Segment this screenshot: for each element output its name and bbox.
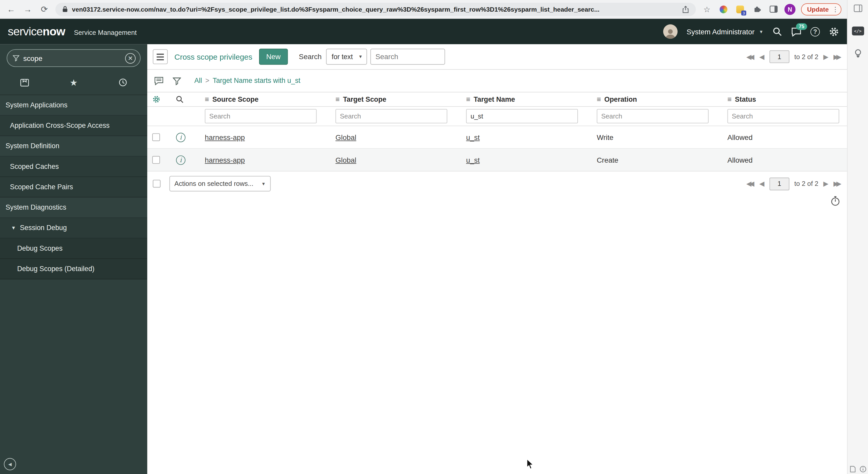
column-header-operation[interactable]: ≡Operation: [586, 95, 716, 104]
lightbulb-icon[interactable]: [853, 49, 862, 59]
user-caret-icon[interactable]: ▼: [759, 29, 764, 34]
help-icon[interactable]: ?: [810, 27, 820, 36]
nav-debug-scopes[interactable]: Debug Scopes: [0, 239, 147, 259]
all-applications-tab-icon[interactable]: [0, 78, 49, 87]
column-header-row: ≡Source Scope ≡Target Scope ≡Target Name…: [147, 92, 847, 107]
filter-funnel-icon: [13, 55, 20, 62]
global-search-icon[interactable]: [772, 27, 782, 37]
column-search-toggle-icon[interactable]: [165, 95, 194, 104]
column-filter-row: [147, 107, 847, 126]
nav-scoped-caches[interactable]: Scoped Caches: [0, 157, 147, 177]
navigator-filter-input[interactable]: [23, 54, 121, 62]
app-header: servicenow Service Management System Adm…: [0, 19, 847, 44]
extension-yellow-icon[interactable]: 3: [735, 5, 746, 13]
back-button[interactable]: ←: [5, 4, 17, 14]
pagination-bottom: ◀◀ ◀ to 2 of 2 ▶ ▶▶: [746, 177, 841, 190]
nav-system-diagnostics[interactable]: System Diagnostics: [0, 198, 147, 218]
row-checkbox[interactable]: [152, 156, 160, 164]
forward-button[interactable]: →: [22, 4, 33, 14]
cell-status: Allowed: [716, 133, 847, 141]
navigator-filter[interactable]: ✕: [7, 49, 141, 67]
clear-filter-icon[interactable]: ✕: [125, 53, 135, 64]
response-time-stopwatch-icon[interactable]: [830, 196, 840, 207]
code-tool-icon[interactable]: </>: [852, 27, 864, 35]
reload-button[interactable]: ⟳: [39, 4, 50, 14]
row-checkbox[interactable]: [152, 133, 160, 141]
column-header-target-name[interactable]: ≡Target Name: [455, 95, 586, 104]
user-avatar[interactable]: [663, 24, 678, 39]
dock-info-icon[interactable]: [860, 466, 866, 472]
user-menu[interactable]: System Administrator: [687, 27, 754, 36]
profile-avatar[interactable]: N: [784, 4, 796, 15]
settings-gear-icon[interactable]: [829, 26, 839, 37]
address-bar[interactable]: ven03172.service-now.com/nav_to.do?uri=%…: [55, 3, 696, 16]
nav-system-applications[interactable]: System Applications: [0, 95, 147, 116]
table-row: i harness-app Global u_st Write Allowed: [147, 126, 847, 149]
activity-stream-icon[interactable]: [154, 76, 164, 85]
notification-badge: 75: [796, 23, 807, 30]
filter-source-scope-input[interactable]: [205, 109, 317, 124]
expand-triangle-icon: ▼: [11, 225, 16, 231]
record-info-icon[interactable]: i: [176, 155, 185, 165]
filter-target-scope-input[interactable]: [336, 109, 447, 124]
last-page-button[interactable]: ▶▶: [833, 53, 841, 61]
column-header-status[interactable]: ≡Status: [716, 95, 847, 104]
cell-target-name[interactable]: u_st: [466, 133, 480, 141]
list-filter-icon[interactable]: [173, 77, 181, 85]
history-tab-icon[interactable]: [98, 78, 147, 87]
nav-system-definition[interactable]: System Definition: [0, 136, 147, 157]
nav-scoped-cache-pairs[interactable]: Scoped Cache Pairs: [0, 177, 147, 198]
filter-operation-input[interactable]: [597, 109, 709, 124]
chrome-update-button[interactable]: Update ⋮: [801, 3, 841, 15]
panel-toggle-icon[interactable]: [853, 4, 862, 12]
nav-debug-scopes-detailed[interactable]: Debug Scopes (Detailed): [0, 259, 147, 279]
list-settings-gear-icon[interactable]: [147, 95, 165, 104]
filter-target-name-input[interactable]: [466, 109, 578, 124]
browser-menu-icon[interactable]: ⋮: [832, 5, 839, 13]
prev-page-button[interactable]: ◀: [759, 53, 765, 61]
actions-on-selected-rows-select[interactable]: Actions on selected rows...▼: [169, 176, 271, 191]
page-number-input[interactable]: [769, 177, 789, 190]
sidepanel-icon[interactable]: [768, 5, 779, 13]
collapse-navigator-button[interactable]: ◀: [4, 458, 16, 470]
next-page-button[interactable]: ▶: [823, 180, 829, 188]
list-search-input[interactable]: [370, 49, 445, 65]
column-header-target-scope[interactable]: ≡Target Scope: [324, 95, 455, 104]
prev-page-button[interactable]: ◀: [759, 180, 765, 188]
cell-target-name[interactable]: u_st: [466, 156, 480, 164]
record-info-icon[interactable]: i: [176, 132, 185, 142]
cell-target-scope[interactable]: Global: [336, 133, 356, 141]
nav-application-cross-scope-access[interactable]: Application Cross-Scope Access: [0, 116, 147, 136]
share-icon[interactable]: [682, 5, 689, 13]
search-type-select[interactable]: for text▼: [326, 49, 367, 65]
breadcrumb-all[interactable]: All: [194, 77, 202, 85]
list-context-menu-button[interactable]: [153, 49, 168, 64]
column-header-source-scope[interactable]: ≡Source Scope: [194, 95, 324, 104]
select-all-checkbox[interactable]: [153, 180, 160, 188]
cell-source-scope[interactable]: harness-app: [205, 156, 245, 164]
breadcrumb-filter[interactable]: Target Name starts with u_st: [213, 77, 300, 85]
cell-source-scope[interactable]: harness-app: [205, 133, 245, 141]
first-page-button[interactable]: ◀◀: [746, 53, 754, 61]
filter-status-input[interactable]: [727, 109, 839, 124]
next-page-button[interactable]: ▶: [823, 53, 829, 61]
new-button[interactable]: New: [259, 49, 288, 65]
list-toolbar: Cross scope privileges New Search for te…: [147, 44, 847, 70]
first-page-button[interactable]: ◀◀: [746, 180, 754, 188]
nav-session-debug[interactable]: ▼Session Debug: [0, 218, 147, 238]
bookmark-star-icon[interactable]: ☆: [702, 5, 712, 13]
extension-colorwheel-icon[interactable]: [718, 5, 729, 13]
table-row: i harness-app Global u_st Create Allowed: [147, 149, 847, 171]
favorites-tab-icon[interactable]: ★: [49, 77, 98, 88]
list-footer: Actions on selected rows...▼ ◀◀ ◀ to 2 o…: [147, 176, 847, 191]
select-arrow-icon: ▼: [358, 54, 363, 59]
list-title[interactable]: Cross scope privileges: [175, 53, 252, 61]
cell-target-scope[interactable]: Global: [336, 156, 356, 164]
last-page-button[interactable]: ▶▶: [833, 180, 841, 188]
extensions-puzzle-icon[interactable]: [751, 5, 762, 13]
column-menu-icon: ≡: [336, 95, 340, 104]
cell-status: Allowed: [716, 156, 847, 164]
page-number-input[interactable]: [769, 50, 789, 63]
conversations-icon[interactable]: 75: [791, 27, 802, 36]
dock-page-icon[interactable]: [849, 466, 856, 472]
